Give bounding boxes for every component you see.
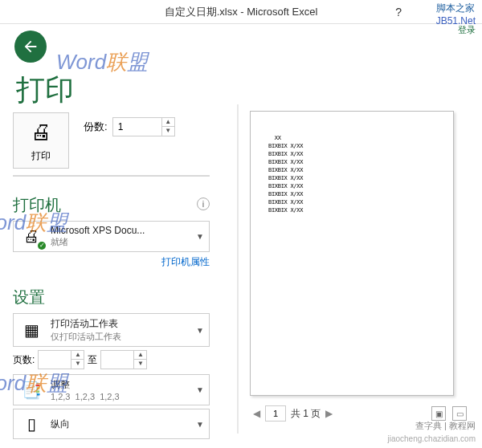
settings-heading: 设置	[13, 287, 210, 308]
chevron-down-icon: ▼	[196, 232, 204, 241]
show-margins-button[interactable]: ▣	[431, 406, 446, 421]
page-title: 打印	[16, 71, 74, 110]
page-from-input[interactable]	[39, 351, 71, 369]
sheet-icon: ▦	[18, 319, 44, 341]
title-bar: 自定义日期.xlsx - Microsoft Excel ? 脚本之家 JB51…	[0, 0, 482, 24]
chevron-down-icon: ▼	[196, 385, 204, 394]
print-settings-panel: 🖨 打印 份数: ▲ ▼ 打印机 i 🖨 Microsoft XPS Docu.…	[13, 112, 210, 442]
info-icon[interactable]: i	[197, 198, 210, 210]
next-page-button[interactable]: ▶	[325, 408, 333, 419]
collate-icon: 📑	[18, 379, 44, 401]
printer-dropdown[interactable]: 🖨 Microsoft XPS Docu... 就绪 ▼	[13, 221, 210, 252]
chevron-down-icon: ▼	[196, 420, 204, 429]
page-to-spinner[interactable]: ▲▼	[100, 350, 147, 369]
chevron-down-icon: ▼	[196, 326, 204, 335]
printer-heading: 打印机	[13, 194, 61, 216]
current-page-input[interactable]	[265, 405, 286, 422]
collate-dropdown[interactable]: 📑 调整 1,2,3 1,2,3 1,2,3 ▼	[13, 374, 210, 405]
pages-label: 页数:	[13, 353, 35, 367]
preview-page: XXBIXBIX X/XXBIXBIX X/XXBIXBIX X/XXBIXBI…	[250, 111, 454, 396]
page-to-input[interactable]	[101, 351, 133, 369]
zoom-to-page-button[interactable]: ▭	[452, 406, 467, 421]
back-button[interactable]	[14, 31, 47, 63]
page-from-spinner[interactable]: ▲▼	[38, 350, 84, 369]
orientation-dropdown[interactable]: ▯ 纵向 ▼	[13, 409, 210, 439]
site-label: 脚本之家 JB51.Net	[436, 2, 476, 26]
up[interactable]: ▲	[71, 351, 84, 360]
printer-properties-link[interactable]: 打印机属性	[13, 255, 210, 269]
footer-url: jiaocheng.chazidian.com	[387, 434, 476, 443]
up[interactable]: ▲	[134, 351, 146, 360]
preview-content: XXBIXBIX X/XXBIXBIX X/XXBIXBIX X/XXBIXBI…	[268, 134, 435, 214]
printer-status: 就绪	[51, 236, 193, 248]
page-range-row: 页数: ▲▼ 至 ▲▼	[13, 350, 210, 369]
pages-to-label: 至	[88, 353, 97, 367]
window-title: 自定义日期.xlsx - Microsoft Excel	[165, 5, 318, 19]
down[interactable]: ▼	[134, 360, 146, 369]
copies-label: 份数:	[84, 120, 108, 134]
login-link[interactable]: 登录	[458, 24, 476, 36]
copies-input[interactable]	[113, 118, 161, 136]
print-scope-dropdown[interactable]: ▦ 打印活动工作表 仅打印活动工作表 ▼	[13, 313, 210, 347]
footer-site: 查字典 | 教程网	[415, 420, 476, 432]
collate-main: 调整	[51, 378, 193, 392]
arrow-left-icon	[22, 38, 39, 55]
help-icon[interactable]: ?	[395, 6, 402, 18]
down[interactable]: ▼	[71, 360, 84, 369]
prev-page-button[interactable]: ◀	[253, 408, 260, 419]
scope-main: 打印活动工作表	[51, 317, 193, 331]
orientation-label: 纵向	[51, 417, 193, 431]
printer-icon: 🖨	[14, 120, 68, 145]
printer-device-icon: 🖨	[18, 226, 44, 248]
orientation-icon: ▯	[18, 413, 44, 435]
print-button-label: 打印	[14, 149, 68, 163]
collate-sub: 1,2,3 1,2,3 1,2,3	[51, 392, 193, 401]
copies-down[interactable]: ▼	[162, 127, 174, 136]
print-preview-panel: XXBIXBIX X/XXBIXBIX X/XXBIXBIX X/XXBIXBI…	[237, 104, 470, 434]
scope-sub: 仅打印活动工作表	[51, 331, 193, 343]
print-button[interactable]: 🖨 打印	[13, 112, 69, 169]
copies-spinner[interactable]: ▲ ▼	[112, 117, 175, 136]
page-navigator: ◀ 共 1 页 ▶	[253, 405, 333, 422]
copies-up[interactable]: ▲	[162, 118, 174, 127]
page-total-label: 共 1 页	[291, 407, 321, 421]
printer-name: Microsoft XPS Docu...	[51, 225, 193, 236]
